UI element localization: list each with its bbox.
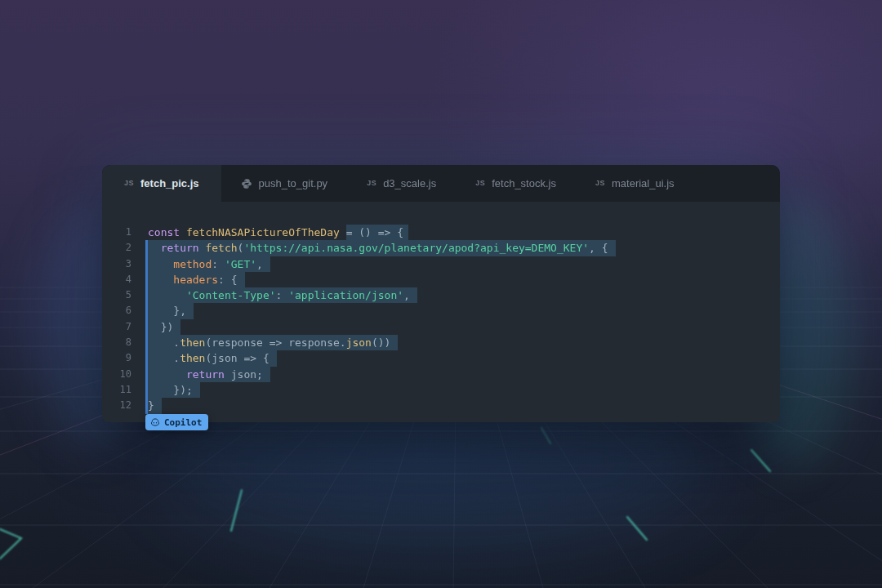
code-line: 3 method: 'GET', <box>102 256 780 272</box>
code-token: = () => { <box>340 226 403 238</box>
code-editor-window: JSfetch_pic.jspush_to_git.pyJSd3_scale.j… <box>102 165 780 422</box>
tab-bar: JSfetch_pic.jspush_to_git.pyJSd3_scale.j… <box>102 165 780 202</box>
code-editor[interactable]: 1const fetchNASAPictureOfTheDay = () => … <box>102 202 780 422</box>
tab-material_ui.js[interactable]: JSmaterial_ui.js <box>576 165 694 202</box>
copilot-icon <box>150 417 160 427</box>
code-token: return <box>186 368 225 381</box>
code-token: , { <box>589 242 608 254</box>
code-token: method <box>173 258 212 270</box>
code-token: . <box>148 352 180 364</box>
code-line: 10 return json; <box>102 367 780 382</box>
tab-label: fetch_pic.js <box>140 177 199 189</box>
code-line: 12} <box>102 398 780 413</box>
code-token <box>148 368 186 381</box>
code-line: 7 }) <box>102 319 780 335</box>
tab-fetch_stock.js[interactable]: JSfetch_stock.js <box>456 165 576 202</box>
tab-label: d3_scale.js <box>383 177 436 189</box>
code-token: , <box>256 258 263 270</box>
code-token: . <box>148 336 180 349</box>
code-token: fetchNASAPictureOfTheDay <box>186 226 340 238</box>
line-number: 7 <box>102 319 131 335</box>
tab-push_to_git.py[interactable]: push_to_git.py <box>221 165 348 202</box>
code-token: } <box>148 399 154 412</box>
code-token <box>148 242 161 254</box>
line-number: 2 <box>102 240 131 256</box>
line-number: 8 <box>102 335 131 350</box>
tab-label: fetch_stock.js <box>492 177 556 189</box>
code-token: json; <box>225 368 263 381</box>
code-token: }, <box>148 305 186 317</box>
code-token <box>148 258 173 270</box>
code-token: headers <box>173 274 218 286</box>
js-icon: JS <box>475 180 485 187</box>
code-token: 'https://api.nasa.gov/planetary/apod?api… <box>243 242 589 254</box>
copilot-badge-label: Copilot <box>164 417 202 428</box>
code-token: }) <box>148 321 173 333</box>
tab-label: material_ui.js <box>612 177 675 189</box>
line-number: 12 <box>102 398 131 413</box>
line-number: 6 <box>102 303 131 318</box>
js-icon: JS <box>367 180 376 187</box>
code-token: , <box>403 289 410 301</box>
code-line: 6 }, <box>102 303 780 318</box>
code-token: ()) <box>372 336 390 349</box>
code-token: : { <box>218 274 237 286</box>
line-number: 1 <box>102 225 131 240</box>
code-token: const <box>148 226 180 238</box>
code-token: (json => { <box>205 352 269 364</box>
code-token: : <box>212 258 225 270</box>
code-token: then <box>180 352 205 364</box>
code-token: : <box>276 289 289 301</box>
code-token <box>148 289 186 301</box>
js-icon: JS <box>124 180 134 187</box>
tab-label: push_to_git.py <box>259 177 328 189</box>
python-icon <box>241 178 252 189</box>
code-token: fetch <box>205 242 237 254</box>
tab-fetch_pic.js[interactable]: JSfetch_pic.js <box>102 165 221 202</box>
line-number: 9 <box>102 350 131 366</box>
line-number: 4 <box>102 272 131 287</box>
code-line: 11 }); <box>102 382 780 398</box>
code-line: 2 return fetch('https://api.nasa.gov/pla… <box>102 240 780 256</box>
code-token: 'application/json' <box>288 289 403 301</box>
code-line: 4 headers: { <box>102 272 780 287</box>
code-token: }); <box>148 384 193 396</box>
code-line: 5 'Content-Type': 'application/json', <box>102 287 780 303</box>
desktop-background: JSfetch_pic.jspush_to_git.pyJSd3_scale.j… <box>0 0 882 588</box>
code-token <box>148 274 173 286</box>
line-number: 3 <box>102 256 131 272</box>
tab-d3_scale.js[interactable]: JSd3_scale.js <box>347 165 456 202</box>
line-number: 11 <box>102 382 131 398</box>
code-token: json <box>346 336 372 349</box>
line-number: 5 <box>102 287 131 303</box>
code-token <box>180 226 186 238</box>
copilot-badge: Copilot <box>145 414 208 430</box>
code-token: 'Content-Type' <box>186 289 276 301</box>
code-line: 9 .then(json => { <box>102 350 780 366</box>
code-token: then <box>180 336 205 349</box>
code-token: (response => response. <box>205 336 345 349</box>
line-number: 10 <box>102 367 131 382</box>
code-token: return <box>161 242 199 254</box>
code-line: 1const fetchNASAPictureOfTheDay = () => … <box>102 225 780 240</box>
code-line: 8 .then(response => response.json()) <box>102 335 780 350</box>
code-token: 'GET' <box>225 258 256 270</box>
js-icon: JS <box>595 180 605 187</box>
